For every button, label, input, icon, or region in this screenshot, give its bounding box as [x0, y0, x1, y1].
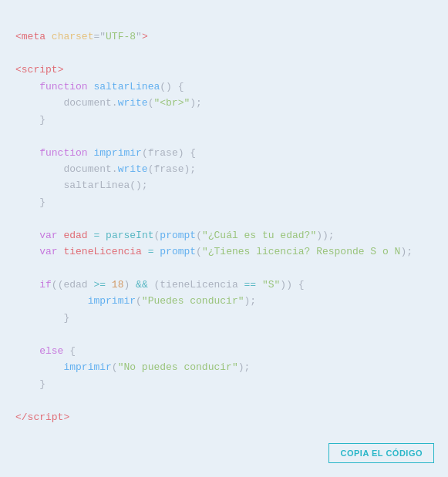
tag-script-open: script: [22, 64, 58, 76]
tag-open: <: [15, 31, 22, 42]
code-container: <meta charset="UTF-8"> <script> function…: [0, 0, 448, 477]
tag-script-close: script: [28, 411, 64, 423]
kw-function-2: function: [39, 147, 87, 159]
copy-code-button[interactable]: COPIA EL CÓDIGO: [328, 443, 434, 463]
kw-function-1: function: [39, 81, 87, 92]
attr-charset: charset: [52, 31, 94, 42]
attr-charset-value: UTF-8: [106, 31, 136, 42]
code-block: <meta charset="UTF-8"> <script> function…: [15, 12, 433, 425]
tag-meta: meta: [22, 31, 45, 42]
